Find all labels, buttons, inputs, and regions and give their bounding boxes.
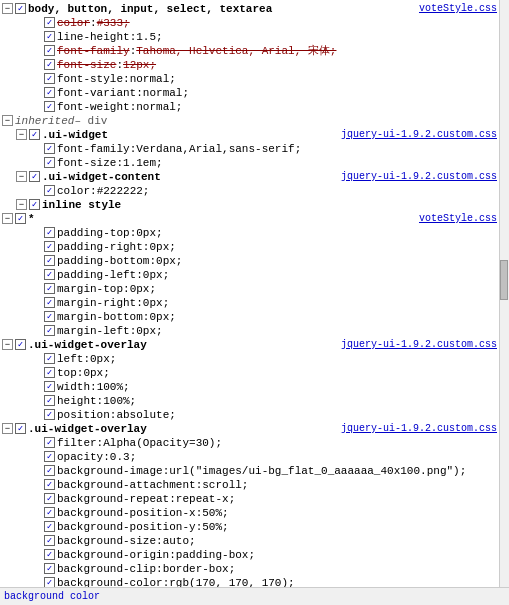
property-checkbox[interactable] [44, 255, 55, 266]
list-item: padding-left: 0px; [0, 268, 499, 282]
property-checkbox[interactable] [44, 493, 55, 504]
property-value: 0px; [136, 324, 162, 338]
property-checkbox[interactable] [44, 381, 55, 392]
property-name: background-clip [57, 562, 156, 576]
selector-checkbox[interactable] [15, 213, 26, 224]
list-item: background-attachment: scroll; [0, 478, 499, 492]
property-name: padding-left [57, 268, 136, 282]
property-checkbox[interactable] [44, 87, 55, 98]
list-item: −.ui-widget-contentjquery-ui-1.9.2.custo… [0, 170, 499, 184]
list-item: −inherited – div [0, 114, 499, 128]
property-checkbox[interactable] [44, 465, 55, 476]
property-checkbox[interactable] [44, 367, 55, 378]
property-name: color [57, 184, 90, 198]
property-checkbox[interactable] [44, 59, 55, 70]
property-value: url("images/ui-bg_flat_0_aaaaaa_40x100.p… [169, 464, 466, 478]
property-value: 1.1em; [123, 156, 163, 170]
property-checkbox[interactable] [44, 157, 55, 168]
colon: : [130, 30, 137, 44]
toggle-button[interactable]: − [2, 213, 13, 224]
property-name: margin-left [57, 324, 130, 338]
colon: : [130, 324, 137, 338]
toggle-button[interactable]: − [16, 199, 27, 210]
property-checkbox[interactable] [44, 227, 55, 238]
property-checkbox[interactable] [44, 73, 55, 84]
list-item: font-size: 12px; [0, 58, 499, 72]
colon: : [130, 142, 137, 156]
list-item: padding-bottom: 0px; [0, 254, 499, 268]
list-item: −.ui-widgetjquery-ui-1.9.2.custom.css [0, 128, 499, 142]
property-name: margin-bottom [57, 310, 143, 324]
source-link[interactable]: voteStyle.css [415, 2, 497, 16]
colon: : [97, 394, 104, 408]
selector-checkbox[interactable] [29, 199, 40, 210]
colon: : [196, 506, 203, 520]
selector-checkbox[interactable] [15, 423, 26, 434]
property-checkbox[interactable] [44, 143, 55, 154]
property-name: background-size [57, 534, 156, 548]
property-checkbox[interactable] [44, 577, 55, 587]
source-link[interactable]: jquery-ui-1.9.2.custom.css [337, 170, 497, 184]
property-name: font-size [57, 156, 116, 170]
selector-checkbox[interactable] [15, 339, 26, 350]
property-checkbox[interactable] [44, 479, 55, 490]
list-item: height: 100%; [0, 394, 499, 408]
property-name: left [57, 352, 83, 366]
source-link[interactable]: voteStyle.css [415, 212, 497, 226]
colon: : [90, 184, 97, 198]
colon: : [123, 72, 130, 86]
section-dash: – div [74, 114, 107, 128]
source-link[interactable]: jquery-ui-1.9.2.custom.css [337, 128, 497, 142]
property-checkbox[interactable] [44, 269, 55, 280]
source-link[interactable]: jquery-ui-1.9.2.custom.css [337, 422, 497, 436]
property-checkbox[interactable] [44, 437, 55, 448]
list-item: background-position-y: 50%; [0, 520, 499, 534]
property-value: 100%; [97, 380, 130, 394]
property-checkbox[interactable] [44, 325, 55, 336]
selector-checkbox[interactable] [29, 171, 40, 182]
bottom-bar-text[interactable]: background color [4, 591, 100, 602]
selector-name: body, button, input, select, textarea [28, 2, 272, 16]
property-checkbox[interactable] [44, 17, 55, 28]
toggle-button[interactable]: − [16, 171, 27, 182]
property-checkbox[interactable] [44, 297, 55, 308]
selector-checkbox[interactable] [15, 3, 26, 14]
colon: : [136, 296, 143, 310]
property-checkbox[interactable] [44, 521, 55, 532]
toggle-button[interactable]: − [2, 115, 13, 126]
toggle-button[interactable]: − [2, 3, 13, 14]
colon: : [196, 478, 203, 492]
property-checkbox[interactable] [44, 507, 55, 518]
styles-content[interactable]: −body, button, input, select, textareavo… [0, 0, 499, 587]
list-item: background-origin: padding-box; [0, 548, 499, 562]
source-link[interactable]: jquery-ui-1.9.2.custom.css [337, 338, 497, 352]
list-item: color: #333; [0, 16, 499, 30]
property-checkbox[interactable] [44, 535, 55, 546]
property-checkbox[interactable] [44, 409, 55, 420]
colon: : [143, 240, 150, 254]
toggle-button[interactable]: − [16, 129, 27, 140]
property-checkbox[interactable] [44, 451, 55, 462]
toggle-button[interactable]: − [2, 339, 13, 350]
selector-checkbox[interactable] [29, 129, 40, 140]
property-checkbox[interactable] [44, 563, 55, 574]
property-checkbox[interactable] [44, 549, 55, 560]
property-name: line-height [57, 30, 130, 44]
property-value: 0px; [143, 268, 169, 282]
property-checkbox[interactable] [44, 311, 55, 322]
property-name: top [57, 366, 77, 380]
property-checkbox[interactable] [44, 353, 55, 364]
property-checkbox[interactable] [44, 185, 55, 196]
list-item: opacity: 0.3; [0, 450, 499, 464]
property-checkbox[interactable] [44, 45, 55, 56]
scrollbar-thumb[interactable] [500, 260, 508, 300]
property-checkbox[interactable] [44, 241, 55, 252]
property-checkbox[interactable] [44, 31, 55, 42]
property-checkbox[interactable] [44, 283, 55, 294]
colon: : [123, 282, 130, 296]
property-value: normal; [130, 72, 176, 86]
property-value: 12px; [123, 58, 156, 72]
toggle-button[interactable]: − [2, 423, 13, 434]
property-checkbox[interactable] [44, 395, 55, 406]
property-checkbox[interactable] [44, 101, 55, 112]
